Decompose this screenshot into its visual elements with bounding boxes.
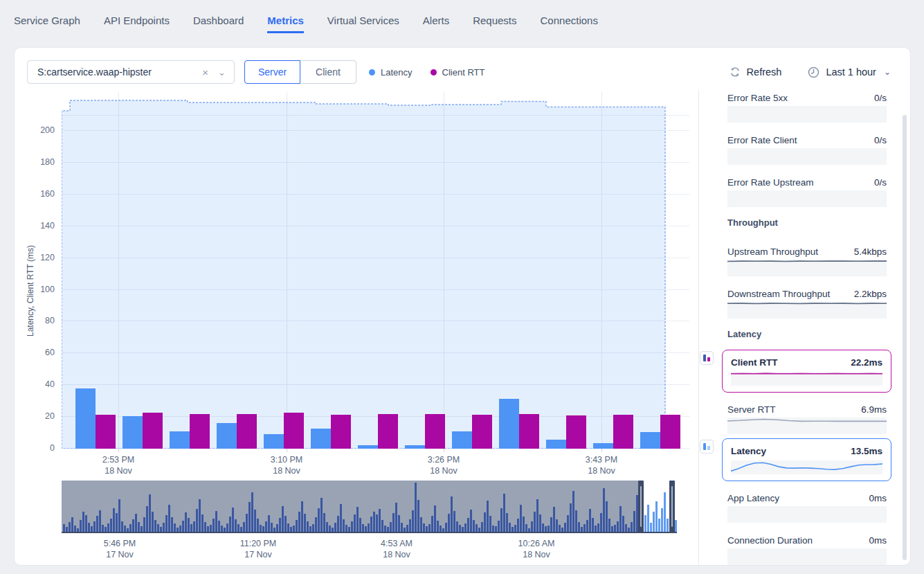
y-tick-label: 20 — [15, 411, 55, 421]
tab-virtual-services[interactable]: Virtual Services — [327, 15, 399, 33]
metric-value: 22.2ms — [851, 357, 882, 368]
metric-item-error-rate-upstream[interactable]: Error Rate Upstream0/s — [727, 175, 887, 207]
overview-bar — [631, 522, 633, 532]
overview-bar — [473, 520, 475, 532]
metric-item-app-latency[interactable]: App Latency0ms — [727, 491, 887, 523]
overview-brush-chart[interactable] — [62, 481, 677, 532]
tab-requests[interactable]: Requests — [473, 15, 516, 33]
tab-metrics[interactable]: Metrics — [267, 15, 304, 33]
latency-bar — [499, 399, 519, 449]
overview-bar — [431, 516, 433, 532]
metric-card-client-rtt[interactable]: Client RTT22.2ms — [722, 350, 891, 393]
x-tick-mark — [287, 449, 287, 452]
clear-icon[interactable]: × — [202, 66, 208, 78]
metric-sparkline — [727, 106, 887, 123]
y-tick-label: 40 — [15, 379, 55, 389]
tab-alerts[interactable]: Alerts — [423, 15, 449, 33]
refresh-icon — [730, 66, 741, 78]
overview-x-tick-label: 10:26 AM18 Nov — [502, 538, 571, 560]
overview-bar — [484, 512, 486, 532]
overview-bar — [235, 519, 237, 532]
metric-item-error-rate-5xx[interactable]: Error Rate 5xx0/s — [727, 91, 887, 123]
metric-item-server-rtt[interactable]: Server RTT6.9ms — [727, 402, 887, 434]
overview-bar — [570, 503, 572, 532]
x-tick-mark — [601, 449, 602, 452]
latency-bar — [311, 429, 331, 449]
chevron-down-icon[interactable]: ⌄ — [218, 67, 226, 78]
overview-bar — [356, 507, 359, 532]
x-tick-label: 2:53 PM18 Nov — [87, 454, 150, 476]
overview-bar — [152, 512, 154, 532]
overview-bar — [606, 501, 608, 532]
legend-item-client-rtt[interactable]: Client RTT — [431, 67, 485, 78]
service-selector[interactable]: S:cartservice.waap-hipster × ⌄ — [27, 60, 235, 84]
overview-bar — [359, 518, 361, 532]
metric-label: Downstream Throughput — [727, 289, 830, 299]
metric-label: Error Rate Upstream — [727, 177, 814, 188]
toggle-server[interactable]: Server — [244, 60, 300, 84]
client-rtt-bar — [613, 415, 633, 449]
client-rtt-bar — [425, 414, 445, 449]
overview-bar — [456, 521, 458, 532]
metric-value: 6.9ms — [861, 404, 887, 415]
main-bar-chart[interactable]: 2:53 PM18 Nov3:10 PM18 Nov3:26 PM18 Nov3… — [62, 89, 689, 449]
metric-card-latency[interactable]: Latency13.5ms — [722, 438, 891, 481]
metric-item-connection-duration[interactable]: Connection Duration0ms — [727, 533, 887, 565]
latency-bar — [217, 423, 237, 449]
legend-item-latency[interactable]: Latency — [369, 67, 413, 78]
overview-bar — [536, 499, 538, 532]
overview-bar — [373, 512, 375, 532]
y-tick-label: 60 — [15, 348, 55, 357]
overview-bar — [185, 512, 187, 532]
sidebar-section-header: Throughput — [727, 217, 900, 228]
tab-dashboard[interactable]: Dashboard — [193, 15, 244, 33]
overview-bar — [326, 522, 328, 532]
metric-item-error-rate-client[interactable]: Error Rate Client0/s — [727, 133, 887, 165]
metric-sparkline — [727, 148, 887, 165]
overview-bar — [395, 503, 397, 532]
overview-bar — [82, 512, 84, 532]
metric-sparkline — [727, 506, 887, 523]
overview-bar — [307, 521, 309, 532]
brush-handle-right[interactable] — [669, 481, 675, 532]
overview-bar — [619, 506, 622, 532]
metric-sparkline — [727, 418, 887, 434]
overview-bar — [667, 519, 669, 532]
overview-bar — [279, 518, 281, 532]
overview-bar — [154, 520, 156, 532]
client-rtt-bar — [331, 415, 351, 449]
overview-bar — [655, 501, 658, 532]
tab-service-graph[interactable]: Service Graph — [14, 15, 80, 33]
overview-bar — [653, 512, 655, 532]
metric-value: 0ms — [869, 493, 887, 503]
y-tick-label: 140 — [15, 221, 55, 231]
overview-bar — [448, 514, 450, 532]
latency-bar — [358, 445, 378, 449]
metric-item-upstream-throughput[interactable]: Upstream Throughput5.4kbps — [727, 244, 887, 276]
overview-bar — [93, 521, 96, 532]
overview-bar — [168, 505, 170, 532]
overview-bar — [586, 520, 588, 532]
sidebar-scrollbar[interactable] — [903, 115, 907, 560]
metric-item-downstream-throughput[interactable]: Downstream Throughput2.2kbps — [727, 287, 887, 319]
overview-bar — [232, 508, 234, 532]
brush-handle-left[interactable] — [638, 481, 644, 532]
overview-bar — [600, 513, 602, 532]
tab-connections[interactable]: Connections — [541, 15, 598, 33]
overview-bar — [71, 517, 73, 532]
chart-legend: LatencyClient RTT — [369, 60, 484, 84]
time-range-selector[interactable]: Last 1 hour ⌄ — [808, 66, 891, 78]
overview-bar — [390, 522, 392, 532]
sidebar-section-header: Latency — [727, 329, 900, 339]
toggle-client[interactable]: Client — [300, 60, 356, 84]
latency-bar — [170, 431, 190, 449]
overview-bar — [304, 514, 306, 532]
refresh-button[interactable]: Refresh — [730, 66, 782, 78]
overview-bar — [337, 516, 339, 532]
overview-bar — [401, 523, 403, 532]
overview-bar — [520, 505, 522, 532]
overview-bar — [248, 502, 251, 532]
tab-api-endpoints[interactable]: API Endpoints — [104, 15, 170, 33]
time-selection-region[interactable] — [62, 89, 689, 449]
overview-x-tick-label: 4:53 AM18 Nov — [362, 538, 431, 560]
